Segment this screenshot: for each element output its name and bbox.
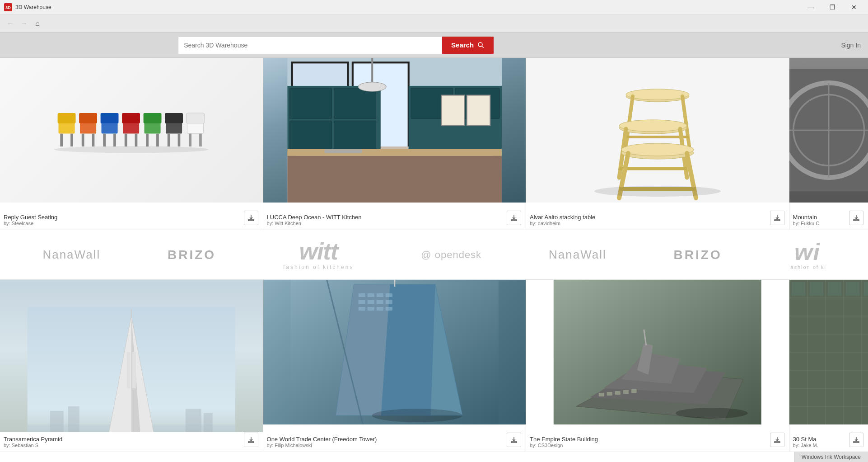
svg-rect-9 — [82, 134, 84, 147]
svg-point-64 — [621, 143, 694, 156]
product-card-table[interactable]: Alvar Aalto stacking table by: davidheim — [526, 58, 789, 230]
status-bar: Windows Ink Workspace — [794, 452, 868, 462]
download-button-wtc[interactable] — [507, 433, 521, 447]
svg-rect-19 — [122, 113, 140, 123]
svg-rect-98 — [358, 307, 365, 311]
svg-point-103 — [372, 409, 462, 422]
svg-rect-93 — [385, 293, 392, 297]
card-title-empire: The Empire State Building — [530, 436, 784, 443]
30st-illustration — [789, 280, 868, 424]
brand-nanawall-1[interactable]: NanaWall — [42, 248, 100, 262]
card-info-table: Alvar Aalto stacking table by: davidheim — [526, 210, 789, 230]
download-button-pyramid[interactable] — [244, 433, 258, 447]
product-card-wtc[interactable]: One World Trade Center (Freedom Tower) b… — [263, 280, 527, 452]
svg-rect-85 — [204, 413, 213, 434]
download-icon-6 — [511, 437, 517, 443]
brand-nanawall-2-name: NanaWall — [549, 248, 607, 262]
svg-rect-79 — [132, 352, 136, 388]
svg-rect-26 — [177, 134, 180, 147]
svg-rect-112 — [607, 392, 612, 396]
close-button[interactable]: ✕ — [844, 0, 864, 14]
download-button-30st[interactable] — [849, 433, 863, 447]
svg-rect-115 — [631, 389, 637, 393]
download-icon-3 — [774, 215, 780, 221]
svg-rect-23 — [143, 113, 161, 123]
svg-rect-133 — [864, 282, 868, 296]
download-icon-7 — [774, 437, 780, 443]
brand-nanawall-2[interactable]: NanaWall — [549, 248, 607, 262]
svg-rect-90 — [358, 293, 365, 297]
card-author-chairs: by: Steelcase — [4, 221, 257, 226]
brand-witt-name: witt — [299, 240, 338, 263]
svg-rect-18 — [135, 134, 137, 147]
search-button[interactable]: Search — [442, 37, 494, 54]
svg-rect-12 — [101, 122, 117, 134]
svg-rect-15 — [100, 113, 118, 123]
card-author-wtc: by: Filip Michalowski — [267, 443, 521, 448]
card-info-kitchen: LUCCA Deep Ocean - WITT Kitchen by: Witt… — [263, 210, 526, 230]
svg-point-68 — [594, 186, 721, 197]
svg-rect-24 — [166, 122, 182, 134]
brand-brizo-2-name: BRIZO — [674, 248, 722, 262]
svg-rect-11 — [79, 113, 97, 123]
svg-rect-36 — [287, 151, 502, 203]
pyramid-illustration — [0, 307, 263, 452]
svg-rect-97 — [385, 300, 392, 304]
brand-witt-tagline: fashion of kitchens — [283, 264, 354, 270]
svg-rect-91 — [367, 293, 374, 297]
forward-button[interactable]: → — [17, 17, 31, 30]
brand-brizo-2[interactable]: BRIZO — [674, 248, 722, 262]
svg-rect-17 — [125, 134, 127, 147]
svg-rect-8 — [80, 122, 96, 134]
product-card-30st[interactable]: 30 St Ma by: Jake M. — [789, 280, 868, 452]
search-button-label: Search — [451, 41, 474, 49]
card-info-empire: The Empire State Building by: CS3Design — [526, 432, 789, 452]
brand-opendesk[interactable]: @ opendesk — [421, 249, 481, 261]
minimize-button[interactable]: — — [800, 0, 821, 14]
svg-marker-89 — [381, 284, 435, 415]
svg-rect-21 — [146, 134, 149, 147]
svg-rect-6 — [70, 134, 73, 147]
product-card-kitchen[interactable]: LUCCA Deep Ocean - WITT Kitchen by: Witt… — [263, 58, 527, 230]
search-bar: Search Sign In — [0, 33, 868, 58]
maximize-button[interactable]: ❐ — [822, 0, 843, 14]
search-input-wrap: Search — [178, 36, 494, 54]
svg-point-54 — [626, 89, 689, 100]
card-info-pyramid: Transamerica Pyramid by: Sebastian S. — [0, 432, 263, 452]
download-button-kitchen[interactable] — [507, 211, 521, 225]
search-input[interactable] — [178, 37, 442, 54]
svg-rect-82 — [50, 411, 64, 434]
card-image-stacking — [526, 58, 789, 203]
card-image-empire — [526, 280, 789, 424]
brand-brizo-1[interactable]: BRIZO — [168, 248, 216, 262]
download-button-empire[interactable] — [770, 433, 784, 447]
product-card-chairs[interactable]: Reply Guest Seating by: Steelcase — [0, 58, 263, 230]
svg-rect-131 — [828, 282, 841, 296]
wtc-illustration — [263, 280, 526, 424]
download-button-table[interactable] — [770, 211, 784, 225]
svg-rect-111 — [599, 393, 604, 396]
brand-nanawall-1-name: NanaWall — [42, 248, 100, 262]
svg-rect-49 — [324, 149, 362, 153]
download-button-chairs[interactable] — [244, 211, 258, 225]
svg-text:3D: 3D — [5, 5, 11, 10]
card-author-pyramid: by: Sebastian S. — [4, 443, 257, 448]
svg-rect-10 — [92, 134, 94, 147]
svg-rect-50 — [441, 95, 464, 126]
card-author-empire: by: CS3Design — [530, 443, 784, 448]
brand-witt-partial[interactable]: wi fashion of ki — [789, 240, 826, 270]
product-card-empire[interactable]: The Empire State Building by: CS3Design — [526, 280, 789, 452]
product-card-pyramid[interactable]: Transamerica Pyramid by: Sebastian S. — [0, 280, 263, 452]
svg-rect-94 — [358, 300, 365, 304]
sign-in-link[interactable]: Sign In — [841, 42, 861, 49]
brand-witt[interactable]: witt fashion of kitchens — [283, 240, 354, 270]
product-card-mountain[interactable]: Mountain by: Fukku C — [789, 58, 868, 230]
svg-point-32 — [54, 146, 209, 153]
back-button[interactable]: ← — [4, 17, 17, 30]
svg-rect-27 — [165, 113, 183, 123]
home-button[interactable]: ⌂ — [31, 17, 44, 30]
svg-point-2 — [478, 42, 482, 47]
svg-point-116 — [676, 408, 748, 419]
svg-line-3 — [482, 46, 484, 48]
download-button-mountain[interactable] — [849, 211, 863, 225]
